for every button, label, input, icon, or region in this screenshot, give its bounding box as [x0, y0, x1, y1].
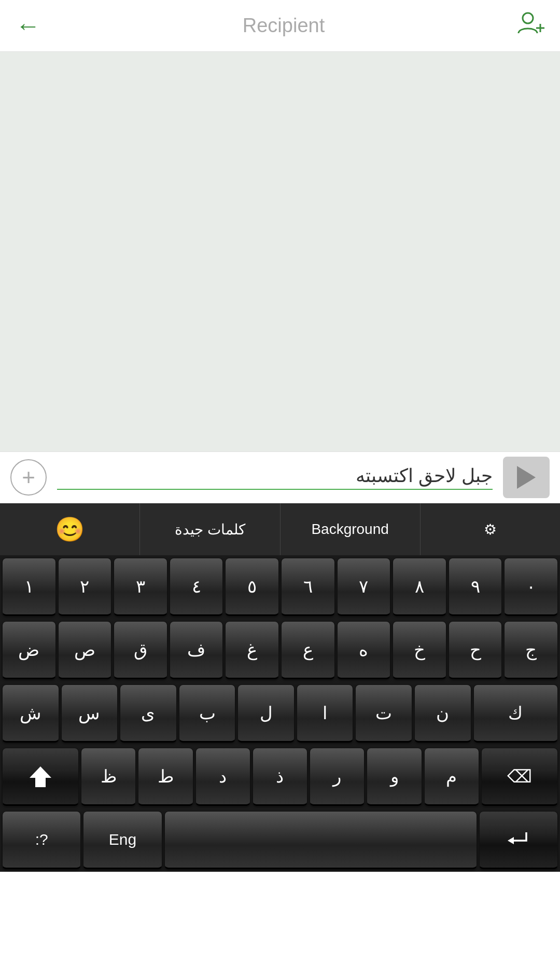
settings-button[interactable]: ⚙: [421, 503, 560, 555]
key-qaf[interactable]: ق: [114, 621, 167, 679]
background-button[interactable]: Background: [281, 503, 421, 555]
back-button[interactable]: ←: [16, 13, 40, 38]
key-sad[interactable]: ص: [58, 621, 112, 679]
enter-button[interactable]: [479, 811, 558, 869]
svg-rect-4: [35, 785, 46, 787]
key-5[interactable]: ٥: [225, 558, 279, 616]
header: ← Recipient: [0, 0, 560, 52]
arabic-row1: ض ص ق ف غ ع ه خ ح ج: [0, 619, 560, 682]
key-ta[interactable]: ت: [355, 684, 412, 743]
key-ain[interactable]: ع: [281, 621, 335, 679]
keyboard-toolbar: 😊 كلمات جيدة Background ⚙: [0, 503, 560, 555]
key-6[interactable]: ٦: [281, 558, 335, 616]
key-fa[interactable]: ف: [170, 621, 223, 679]
key-7[interactable]: ٧: [337, 558, 391, 616]
backspace-button[interactable]: ⌫: [481, 748, 558, 806]
key-kha[interactable]: خ: [393, 621, 446, 679]
key-waw[interactable]: و: [367, 748, 422, 806]
key-sheen[interactable]: ش: [2, 684, 59, 743]
emoji-button[interactable]: 😊: [0, 503, 140, 555]
key-0[interactable]: ٠: [504, 558, 558, 616]
key-alef[interactable]: ا: [297, 684, 354, 743]
arabic-row2: ش س ى ب ل ا ت ن ك: [0, 682, 560, 745]
chat-area: [0, 52, 560, 451]
add-attachment-button[interactable]: +: [10, 459, 47, 496]
send-button[interactable]: [503, 457, 550, 498]
language-switch-button[interactable]: Eng: [83, 811, 162, 869]
message-input[interactable]: [57, 465, 493, 490]
bottom-row: :? Eng: [0, 808, 560, 872]
key-seen[interactable]: س: [61, 684, 118, 743]
key-dad[interactable]: ض: [2, 621, 56, 679]
key-lam[interactable]: ل: [237, 684, 295, 743]
key-noon[interactable]: ن: [414, 684, 471, 743]
add-contact-button[interactable]: [516, 9, 544, 43]
key-4[interactable]: ٤: [170, 558, 223, 616]
key-zal[interactable]: ذ: [253, 748, 307, 806]
keyboard: 😊 كلمات جيدة Background ⚙ ١ ٢ ٣ ٤ ٥ ٦ ٧ …: [0, 503, 560, 872]
symbols-button[interactable]: :?: [2, 811, 81, 869]
number-row: ١ ٢ ٣ ٤ ٥ ٦ ٧ ٨ ٩ ٠: [0, 555, 560, 619]
svg-point-0: [523, 13, 533, 23]
key-9[interactable]: ٩: [449, 558, 502, 616]
key-1[interactable]: ١: [2, 558, 56, 616]
key-meem[interactable]: م: [424, 748, 479, 806]
good-words-button[interactable]: كلمات جيدة: [140, 503, 280, 555]
svg-marker-3: [30, 766, 51, 786]
space-key[interactable]: [164, 811, 477, 869]
shift-button[interactable]: [2, 748, 79, 806]
key-hha[interactable]: ح: [449, 621, 502, 679]
svg-marker-5: [508, 837, 514, 844]
key-tta[interactable]: ط: [138, 748, 193, 806]
key-dal[interactable]: د: [195, 748, 250, 806]
input-bar: +: [0, 451, 560, 503]
key-jeem[interactable]: ج: [504, 621, 558, 679]
send-icon: [517, 466, 536, 489]
key-3[interactable]: ٣: [114, 558, 167, 616]
key-zha[interactable]: ظ: [81, 748, 136, 806]
key-ya[interactable]: ى: [120, 684, 177, 743]
key-ra[interactable]: ر: [310, 748, 365, 806]
arabic-row3: ظ ط د ذ ر و م ⌫: [0, 745, 560, 808]
key-ghain[interactable]: غ: [225, 621, 279, 679]
key-ha[interactable]: ه: [337, 621, 391, 679]
key-kaf[interactable]: ك: [473, 684, 558, 743]
key-8[interactable]: ٨: [393, 558, 446, 616]
key-ba[interactable]: ب: [179, 684, 236, 743]
recipient-placeholder[interactable]: Recipient: [51, 15, 516, 37]
key-2[interactable]: ٢: [58, 558, 112, 616]
